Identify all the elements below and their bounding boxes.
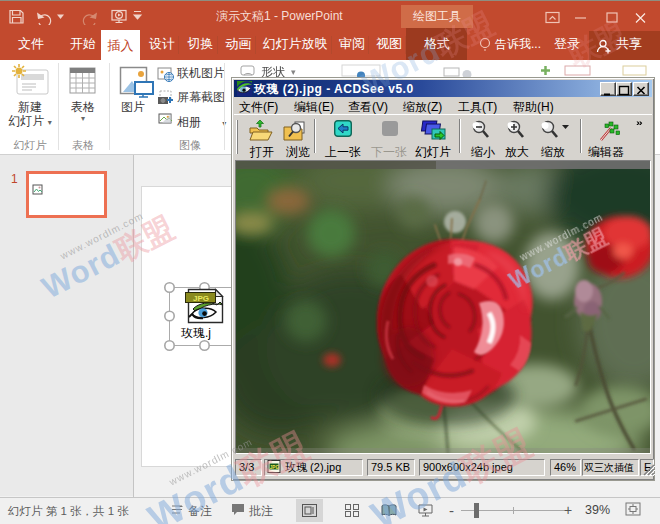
svg-text:形状: 形状	[261, 65, 285, 78]
svg-text:▾: ▾	[291, 67, 296, 77]
svg-text:JPG: JPG	[270, 465, 280, 470]
svg-text:JPG: JPG	[193, 294, 209, 303]
